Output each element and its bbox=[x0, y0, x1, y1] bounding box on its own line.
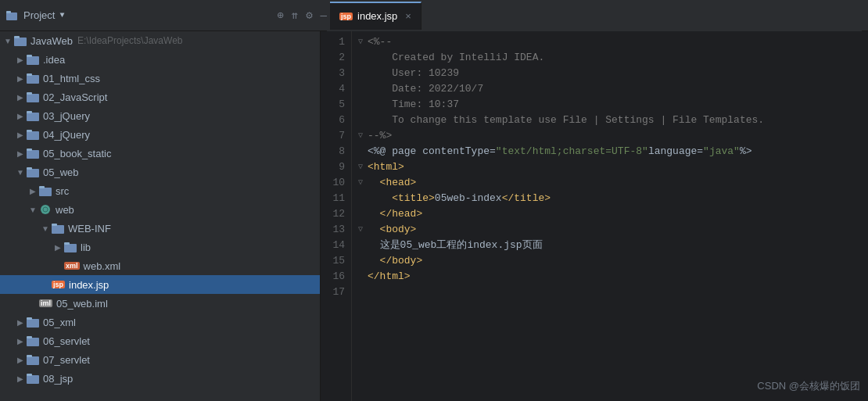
svg-rect-8 bbox=[27, 94, 39, 102]
code-token: --%> bbox=[368, 128, 392, 144]
code-token: <html> bbox=[368, 159, 404, 175]
chevron-down-icon[interactable]: ▼ bbox=[59, 11, 64, 20]
code-token: </html> bbox=[368, 269, 411, 285]
svg-rect-15 bbox=[27, 149, 32, 151]
svg-rect-13 bbox=[27, 130, 32, 132]
fold-icon[interactable]: ▽ bbox=[358, 222, 366, 238]
line-num-6: 6 bbox=[321, 113, 345, 128]
sidebar-item-lib[interactable]: lib bbox=[0, 238, 320, 256]
code-line-16: </html> bbox=[358, 269, 868, 285]
folder-icon bbox=[27, 374, 39, 384]
code-line-6: To change this template use File | Setti… bbox=[358, 113, 868, 128]
code-token: To change this template use File | Setti… bbox=[368, 113, 764, 128]
sidebar-item-webinf[interactable]: WEB-INF bbox=[0, 219, 320, 238]
tab-bar: jsp index.jsp × bbox=[327, 0, 862, 31]
editor-area: 1 2 3 4 5 6 7 8 9 10 11 12 13 14 15 16 1… bbox=[321, 31, 868, 401]
folder-idea-icon bbox=[27, 55, 39, 65]
sidebar-item-label: 05_xml bbox=[43, 317, 76, 328]
sidebar-item-label: 01_html_css bbox=[43, 73, 100, 84]
line-num-7: 7 bbox=[321, 128, 345, 144]
code-token: <%@ page contentType= bbox=[368, 144, 496, 159]
code-line-8: <%@ page contentType="text/html;charset=… bbox=[358, 144, 868, 159]
code-line-12: </head> bbox=[358, 206, 868, 222]
svg-rect-25 bbox=[64, 242, 70, 245]
code-line-17 bbox=[358, 285, 868, 300]
sidebar-item-label: 03_jQuery bbox=[43, 110, 90, 122]
tab-index-jsp[interactable]: jsp index.jsp × bbox=[330, 2, 421, 30]
code-token: <head> bbox=[380, 175, 417, 191]
svg-rect-22 bbox=[52, 225, 64, 234]
line-num-11: 11 bbox=[321, 191, 345, 206]
svg-rect-23 bbox=[52, 224, 57, 226]
sidebar-item-idea[interactable]: .idea bbox=[0, 50, 320, 69]
svg-rect-18 bbox=[39, 188, 52, 196]
svg-rect-6 bbox=[27, 75, 39, 84]
sidebar-item-08jsp[interactable]: 08_jsp bbox=[0, 369, 320, 388]
code-line-5: Time: 10:37 bbox=[358, 97, 868, 113]
svg-rect-29 bbox=[27, 336, 32, 338]
line-num-4: 4 bbox=[321, 81, 345, 97]
minimize-icon[interactable]: — bbox=[321, 9, 327, 22]
code-token: %> bbox=[740, 144, 752, 159]
sidebar-item-03jquery[interactable]: 03_jQuery bbox=[0, 106, 320, 125]
sidebar-item-label: 04_jQuery bbox=[43, 129, 90, 141]
svg-rect-14 bbox=[27, 150, 39, 159]
sidebar-item-webxml[interactable]: xml web.xml bbox=[0, 256, 320, 275]
sidebar-item-web[interactable]: web bbox=[0, 200, 320, 219]
sidebar-item-07servlet[interactable]: 07_servlet bbox=[0, 350, 320, 369]
arrow-icon bbox=[16, 92, 25, 102]
settings-icon[interactable]: ⚙ bbox=[306, 9, 312, 22]
code-token bbox=[368, 175, 380, 191]
code-token bbox=[368, 206, 380, 222]
code-line-14: 这是05_web工程的index.jsp页面 bbox=[358, 238, 868, 253]
line-num-1: 1 bbox=[321, 34, 345, 50]
folder-icon bbox=[27, 355, 39, 365]
line-num-16: 16 bbox=[321, 269, 345, 285]
svg-rect-19 bbox=[39, 186, 45, 188]
code-token: "text/html;charset=UTF-8" bbox=[496, 144, 648, 159]
svg-rect-26 bbox=[27, 319, 39, 328]
jsp-icon: jsp bbox=[339, 13, 353, 20]
sidebar-item-label: 06_servlet bbox=[43, 335, 90, 347]
code-line-2: Created by IntelliJ IDEA. bbox=[358, 50, 868, 66]
svg-rect-2 bbox=[14, 38, 27, 46]
sidebar-item-06servlet[interactable]: 06_servlet bbox=[0, 331, 320, 350]
fold-icon[interactable]: ▽ bbox=[358, 128, 366, 144]
globe-add-icon[interactable]: ⊕ bbox=[277, 9, 283, 22]
code-editor[interactable]: 1 2 3 4 5 6 7 8 9 10 11 12 13 14 15 16 1… bbox=[321, 31, 868, 401]
code-line-4: Date: 2022/10/7 bbox=[358, 81, 868, 97]
code-token bbox=[368, 253, 380, 269]
fold-icon[interactable]: ▽ bbox=[358, 175, 366, 191]
sidebar-item-02js[interactable]: 02_JavaScript bbox=[0, 88, 320, 106]
sidebar-item-01html[interactable]: 01_html_css bbox=[0, 69, 320, 88]
svg-rect-10 bbox=[27, 113, 39, 121]
sidebar-item-indexjsp[interactable]: jsp index.jsp bbox=[0, 275, 320, 294]
close-icon[interactable]: × bbox=[405, 10, 411, 22]
sidebar-item-javaweb[interactable]: JavaWeb E:\IdeaProjects\JavaWeb bbox=[0, 31, 320, 50]
code-token: <%-- bbox=[368, 34, 392, 50]
sidebar-item-05book[interactable]: 05_book_static bbox=[0, 144, 320, 163]
collapse-icon[interactable]: ⇈ bbox=[292, 9, 298, 22]
code-line-9: ▽ <html> bbox=[358, 159, 868, 175]
sidebar-item-src[interactable]: src bbox=[0, 181, 320, 200]
sidebar-item-iml[interactable]: iml 05_web.iml bbox=[0, 294, 320, 313]
project-label[interactable]: Project bbox=[23, 9, 55, 21]
fold-icon[interactable]: ▽ bbox=[358, 34, 366, 50]
line-num-3: 3 bbox=[321, 66, 345, 81]
svg-rect-24 bbox=[64, 244, 77, 252]
sidebar-item-05xml[interactable]: 05_xml bbox=[0, 313, 320, 331]
sidebar-item-05web[interactable]: 05_web bbox=[0, 163, 320, 181]
fold-icon[interactable]: ▽ bbox=[358, 159, 366, 175]
root-folder-icon bbox=[14, 36, 27, 46]
code-token: Created by IntelliJ IDEA. bbox=[368, 50, 544, 66]
sidebar-item-label: 02_JavaScript bbox=[43, 91, 107, 103]
code-token: 这是05_web工程的index.jsp页面 bbox=[368, 238, 543, 253]
sidebar-item-label: JavaWeb bbox=[30, 35, 73, 47]
arrow-open-icon bbox=[28, 205, 38, 214]
sidebar-item-label: lib bbox=[81, 242, 91, 253]
folder-web-icon bbox=[39, 204, 52, 215]
tab-label: index.jsp bbox=[357, 10, 397, 22]
sidebar-item-04jquery[interactable]: 04_jQuery bbox=[0, 125, 320, 144]
line-num-13: 13 bbox=[321, 222, 345, 238]
code-line-10: ▽ <head> bbox=[358, 175, 868, 191]
